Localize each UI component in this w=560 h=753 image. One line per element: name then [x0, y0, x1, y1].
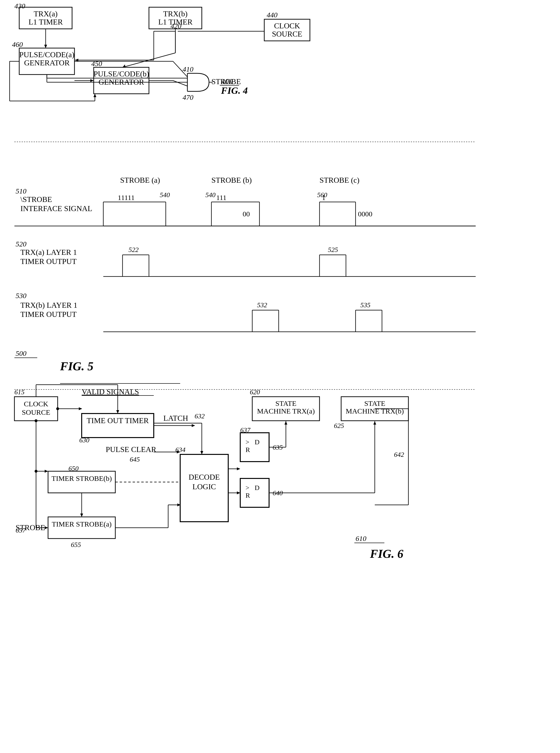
svg-text:MACHINE TRX(b): MACHINE TRX(b) [346, 407, 404, 415]
svg-text:TRX(a) LAYER 1: TRX(a) LAYER 1 [20, 248, 77, 256]
svg-point-172 [56, 407, 59, 410]
svg-text:D: D [255, 438, 259, 446]
svg-text:450: 450 [91, 60, 102, 67]
svg-text:LOGIC: LOGIC [193, 482, 216, 491]
svg-text:>: > [245, 484, 249, 491]
svg-text:610: 610 [356, 535, 366, 542]
svg-text:522: 522 [128, 246, 139, 253]
svg-marker-20 [44, 45, 47, 48]
svg-text:400: 400 [221, 77, 233, 86]
svg-text:TRX(a): TRX(a) [34, 9, 58, 18]
svg-marker-147 [237, 467, 240, 470]
svg-text:532: 532 [257, 301, 267, 309]
svg-text:535: 535 [360, 301, 371, 309]
svg-text:TIMER OUTPUT: TIMER OUTPUT [20, 257, 77, 266]
svg-text:632: 632 [195, 412, 205, 420]
svg-text:410: 410 [183, 65, 194, 73]
svg-text:PULSE/CODE(a): PULSE/CODE(a) [19, 50, 74, 59]
svg-text:TIMER OUTPUT: TIMER OUTPUT [20, 310, 77, 318]
svg-text:SOURCE: SOURCE [272, 30, 302, 38]
svg-text:FIG. 6: FIG. 6 [370, 547, 403, 560]
svg-text:630: 630 [79, 436, 89, 444]
svg-marker-173 [79, 407, 82, 410]
svg-text:STATE: STATE [364, 399, 385, 407]
svg-text:L1 TIMER: L1 TIMER [28, 18, 63, 26]
svg-point-175 [35, 419, 38, 422]
svg-text:520: 520 [16, 240, 26, 248]
svg-marker-52 [94, 94, 96, 97]
svg-text:460: 460 [12, 40, 23, 48]
svg-text:DECODE: DECODE [188, 473, 220, 481]
svg-text:TRX(b): TRX(b) [163, 9, 187, 18]
svg-marker-170 [116, 410, 119, 413]
svg-text:CLOCK: CLOCK [274, 21, 300, 30]
svg-text:637: 637 [240, 426, 251, 434]
svg-marker-180 [45, 526, 48, 529]
svg-rect-141 [240, 479, 269, 507]
svg-text:525: 525 [328, 246, 338, 253]
svg-text:LATCH: LATCH [163, 414, 188, 422]
svg-text:>: > [245, 438, 249, 446]
svg-marker-178 [45, 470, 48, 473]
svg-text:470: 470 [183, 93, 194, 101]
svg-text:STROBE (a): STROBE (a) [120, 176, 160, 185]
svg-text:420: 420 [171, 22, 181, 30]
svg-marker-185 [80, 514, 83, 517]
svg-text:D: D [255, 484, 259, 491]
svg-text:PULSE CLEAR: PULSE CLEAR [106, 445, 156, 454]
svg-text:SOURCE: SOURCE [22, 408, 50, 416]
svg-text:540: 540 [205, 191, 216, 198]
svg-text:540: 540 [160, 191, 170, 198]
svg-text:510: 510 [16, 187, 26, 195]
svg-marker-152 [284, 421, 287, 425]
svg-text:00: 00 [243, 210, 250, 218]
svg-text:430: 430 [15, 2, 25, 10]
svg-marker-32 [90, 79, 94, 82]
svg-text:TIMER STROBE(b): TIMER STROBE(b) [52, 474, 112, 483]
svg-marker-23 [122, 64, 125, 67]
svg-text:STROBE (b): STROBE (b) [212, 176, 252, 185]
svg-text:\STROBE: \STROBE [20, 195, 52, 204]
svg-text:STROBE (c): STROBE (c) [320, 176, 359, 185]
page: TRX(a) L1 TIMER 430 TRX(b) L1 TIMER CLOC… [0, 0, 560, 753]
svg-text:655: 655 [71, 541, 81, 548]
svg-text:111: 111 [216, 194, 226, 201]
svg-text:GENERATOR: GENERATOR [24, 58, 70, 67]
svg-text:11111: 11111 [118, 194, 135, 201]
svg-text:R: R [245, 492, 250, 499]
svg-rect-135 [240, 433, 269, 462]
svg-text:500: 500 [16, 349, 26, 357]
svg-line-44 [173, 80, 187, 86]
svg-text:625: 625 [334, 422, 344, 429]
svg-text:STROBE: STROBE [16, 523, 45, 532]
svg-text:INTERFACE SIGNAL: INTERFACE SIGNAL [20, 204, 92, 213]
svg-marker-155 [373, 421, 376, 425]
svg-text:440: 440 [267, 11, 278, 19]
svg-marker-149 [237, 491, 240, 494]
svg-text:FIG. 4: FIG. 4 [221, 85, 248, 96]
svg-text:560: 560 [317, 191, 327, 198]
svg-text:TRX(b) LAYER 1: TRX(b) LAYER 1 [20, 301, 77, 309]
svg-text:MACHINE TRX(a): MACHINE TRX(a) [257, 407, 315, 415]
svg-text:FIG. 5: FIG. 5 [60, 360, 94, 373]
svg-text:CLOCK: CLOCK [24, 400, 48, 408]
svg-text:645: 645 [130, 456, 140, 463]
svg-text:650: 650 [68, 465, 79, 472]
svg-text:TIMER STROBE(a): TIMER STROBE(a) [52, 520, 112, 528]
svg-text:0000: 0000 [358, 210, 372, 218]
svg-text:TIME  OUT TIMER: TIME OUT TIMER [87, 416, 149, 425]
svg-text:R: R [245, 446, 250, 453]
svg-text:VALID SIGNALS: VALID SIGNALS [82, 387, 139, 396]
svg-text:530: 530 [16, 292, 26, 300]
svg-marker-128 [192, 424, 195, 427]
svg-text:642: 642 [394, 451, 404, 458]
svg-text:STATE: STATE [275, 399, 297, 407]
svg-marker-191 [200, 451, 203, 455]
svg-text:PULSE/CODE(b): PULSE/CODE(b) [94, 70, 149, 78]
